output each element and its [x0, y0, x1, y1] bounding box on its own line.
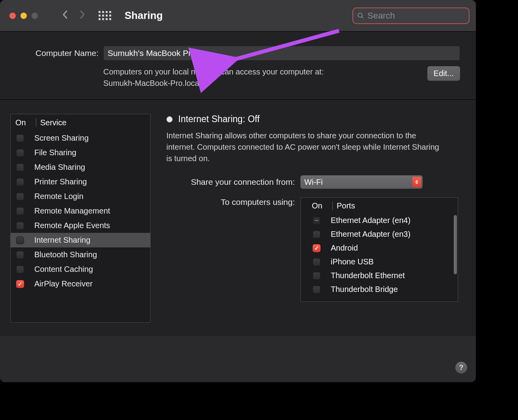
service-row-media-sharing[interactable]: Media Sharing	[11, 160, 150, 175]
search-icon	[357, 12, 364, 20]
window-controls	[9, 13, 38, 19]
service-checkbox[interactable]	[16, 280, 24, 288]
service-checkbox[interactable]	[16, 207, 24, 215]
share-from-label: Share your connection from:	[166, 177, 300, 187]
port-label: Ethernet Adapter (en4)	[331, 216, 410, 225]
port-checkbox[interactable]	[313, 272, 320, 280]
service-row-remote-apple-events[interactable]: Remote Apple Events	[11, 218, 150, 233]
svg-line-1	[361, 17, 363, 19]
service-checkbox[interactable]	[16, 193, 24, 201]
services-body: Screen SharingFile SharingMedia SharingP…	[11, 131, 150, 291]
chevron-left-icon	[62, 10, 68, 19]
computer-name-input[interactable]	[103, 46, 460, 61]
port-label: Thunderbolt Bridge	[331, 285, 398, 294]
port-label: iPhone USB	[331, 257, 374, 266]
back-button[interactable]	[59, 9, 71, 22]
service-checkbox[interactable]	[16, 164, 24, 171]
port-label: Thunderbolt Ethernet	[331, 271, 405, 280]
service-label: Screen Sharing	[34, 134, 89, 143]
service-checkbox[interactable]	[16, 266, 24, 273]
service-label: File Sharing	[34, 148, 76, 157]
dropdown-caret-icon	[412, 177, 421, 187]
minimize-window-button[interactable]	[20, 13, 27, 19]
forward-button[interactable]	[76, 9, 88, 22]
service-row-file-sharing[interactable]: File Sharing	[11, 145, 150, 160]
computer-name-section: Computer Name: Computers on your local n…	[0, 32, 476, 100]
port-checkbox[interactable]	[313, 217, 320, 225]
service-label: Printer Sharing	[34, 177, 87, 186]
zoom-window-button[interactable]	[32, 13, 38, 19]
service-checkbox[interactable]	[16, 236, 24, 244]
search-input[interactable]	[367, 11, 465, 21]
port-row-thunderbolt-bridge[interactable]: Thunderbolt Bridge	[301, 282, 458, 296]
service-checkbox[interactable]	[16, 251, 24, 259]
service-row-printer-sharing[interactable]: Printer Sharing	[11, 175, 150, 189]
share-from-value: Wi-Fi	[304, 178, 323, 187]
service-label: Remote Management	[34, 206, 110, 216]
content-area: On Service Screen SharingFile SharingMed…	[0, 100, 476, 336]
services-header: On Service	[11, 114, 150, 131]
close-window-button[interactable]	[9, 13, 16, 19]
port-row-ethernet-adapter-en3-[interactable]: Ethernet Adapter (en3)	[301, 227, 458, 241]
service-row-screen-sharing[interactable]: Screen Sharing	[11, 131, 150, 145]
detail-title: Internet Sharing: Off	[178, 114, 260, 125]
services-list: On Service Screen SharingFile SharingMed…	[10, 114, 151, 323]
search-field-wrap[interactable]	[352, 7, 470, 24]
chevron-right-icon	[79, 10, 86, 19]
services-header-on: On	[15, 118, 36, 127]
sharing-preferences-window: Sharing Computer Name: Computers on your…	[0, 0, 476, 382]
service-checkbox[interactable]	[16, 134, 24, 142]
service-detail-panel: Internet Sharing: Off Internet Sharing a…	[166, 114, 466, 328]
port-checkbox[interactable]	[313, 230, 320, 238]
service-label: Media Sharing	[34, 163, 85, 172]
service-label: Internet Sharing	[34, 236, 90, 245]
port-row-android[interactable]: Android	[301, 241, 458, 255]
service-label: Bluetooth Sharing	[34, 250, 97, 259]
ports-header-on: On	[312, 201, 332, 210]
ports-scrollbar[interactable]	[454, 215, 457, 294]
service-row-internet-sharing[interactable]: Internet Sharing	[11, 233, 150, 247]
port-row-ethernet-adapter-en4-[interactable]: Ethernet Adapter (en4)	[301, 214, 458, 227]
port-row-iphone-usb[interactable]: iPhone USB	[301, 255, 458, 269]
port-checkbox[interactable]	[313, 244, 320, 252]
service-label: Remote Login	[34, 192, 84, 201]
port-label: Android	[331, 243, 358, 253]
service-row-remote-login[interactable]: Remote Login	[11, 189, 150, 204]
port-checkbox[interactable]	[313, 258, 320, 266]
help-button[interactable]: ?	[455, 362, 467, 374]
ports-body: Ethernet Adapter (en4)Ethernet Adapter (…	[301, 214, 458, 296]
ports-header-ports: Ports	[337, 201, 355, 210]
service-label: Content Caching	[34, 265, 93, 274]
service-row-airplay-receiver[interactable]: AirPlay Receiver	[11, 277, 150, 291]
service-label: AirPlay Receiver	[34, 279, 93, 288]
edit-hostname-button[interactable]: Edit...	[427, 66, 460, 81]
ports-header: On Ports	[301, 198, 458, 214]
service-row-content-caching[interactable]: Content Caching	[11, 262, 150, 277]
ports-list: On Ports Ethernet Adapter (en4)Ethernet …	[300, 197, 458, 302]
service-checkbox[interactable]	[16, 149, 24, 157]
service-checkbox[interactable]	[16, 222, 24, 230]
port-label: Ethernet Adapter (en3)	[331, 230, 410, 239]
show-all-button[interactable]	[99, 11, 111, 20]
services-header-service: Service	[40, 118, 67, 127]
service-checkbox[interactable]	[16, 178, 24, 186]
status-indicator-icon	[166, 116, 173, 123]
to-computers-label: To computers using:	[166, 197, 300, 207]
port-row-thunderbolt-ethernet[interactable]: Thunderbolt Ethernet	[301, 269, 458, 282]
computer-name-label: Computer Name:	[16, 48, 99, 58]
window-title: Sharing	[125, 9, 163, 22]
computer-name-hint: Computers on your local network can acce…	[103, 66, 324, 89]
service-label: Remote Apple Events	[34, 221, 110, 230]
share-from-select[interactable]: Wi-Fi	[300, 175, 423, 189]
titlebar: Sharing	[0, 0, 476, 32]
port-checkbox[interactable]	[313, 286, 320, 294]
detail-description: Internet Sharing allows other computers …	[166, 130, 446, 164]
service-row-bluetooth-sharing[interactable]: Bluetooth Sharing	[11, 247, 150, 262]
svg-point-0	[358, 13, 362, 17]
service-row-remote-management[interactable]: Remote Management	[11, 204, 150, 218]
